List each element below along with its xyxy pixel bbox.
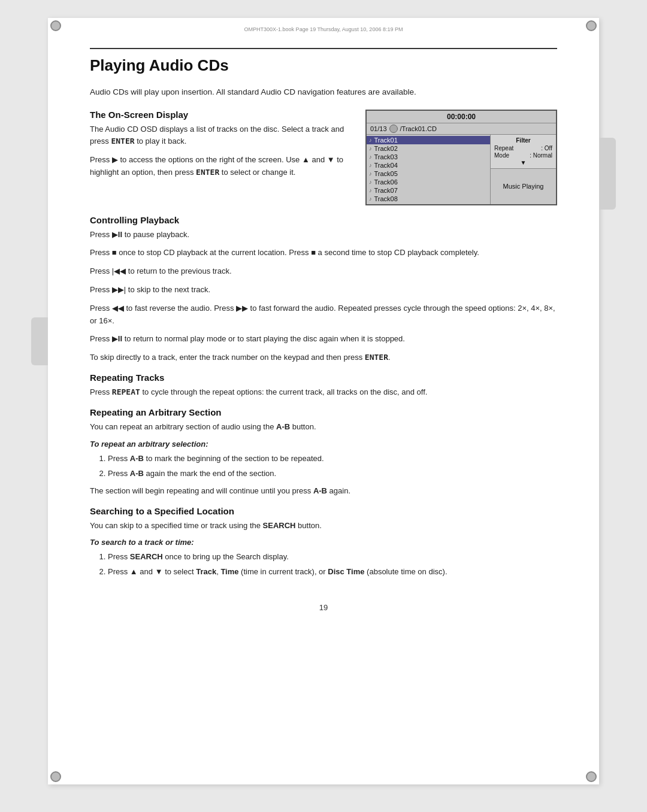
page-container: OMPHT300X-1.book Page 19 Thursday, Augus… [48, 18, 599, 784]
search-step-1: Press SEARCH once to bring up the Search… [108, 550, 557, 563]
osd-track-position: 01/13 [370, 125, 387, 132]
arbitrary-intro: You can repeat an arbitrary section of a… [90, 421, 557, 434]
osd-info-bar: 01/13 /Track01.CD [367, 123, 556, 135]
search-steps-list: Press SEARCH once to bring up the Search… [108, 550, 557, 578]
content-area: Playing Audio CDs Audio CDs will play up… [90, 48, 557, 612]
playback-para7: To skip directly to a track, enter the t… [90, 352, 557, 364]
osd-tracklist: ♪Track01♪Track02♪Track03♪Track04♪Track05… [367, 135, 490, 204]
repeating-section: Repeating Tracks Press REPEAT to cycle t… [90, 372, 557, 399]
track-label: Track01 [374, 137, 398, 144]
search-heading: Searching to a Specified Location [90, 506, 557, 516]
arbitrary-closing: The section will begin repeating and wil… [90, 485, 557, 498]
track-note-icon: ♪ [369, 154, 372, 160]
playback-para6: Press ▶II to return to normal play mode … [90, 333, 557, 346]
osd-para2: Press ▶ to access the options on the rig… [90, 154, 351, 179]
osd-filter-mode-row: Mode : Normal [494, 152, 552, 159]
arbitrary-step-2: Press A-B again the mark the end of the … [108, 467, 557, 480]
playback-section: Controlling Playback Press ▶II to pause … [90, 215, 557, 364]
playback-para1: Press ▶II to pause playback. [90, 229, 557, 241]
playback-enter-kbd: ENTER [365, 353, 388, 362]
track-note-icon: ♪ [369, 196, 372, 202]
osd-display-box: 00:00:00 01/13 /Track01.CD ♪Track01♪Trac… [365, 110, 557, 205]
track-note-icon: ♪ [369, 187, 372, 193]
osd-track-item: ♪Track08 [367, 195, 490, 203]
page-number: 19 [90, 603, 557, 612]
osd-track-item: ♪Track03 [367, 153, 490, 161]
osd-display-column: 00:00:00 01/13 /Track01.CD ♪Track01♪Trac… [365, 110, 557, 205]
osd-heading: The On-Screen Display [90, 110, 351, 120]
track-label: Track06 [374, 178, 398, 186]
track-label: Track02 [374, 145, 398, 152]
osd-track-item: ♪Track01 [367, 136, 490, 144]
corner-mark-tr [586, 20, 597, 31]
repeating-para: Press REPEAT to cycle through the repeat… [90, 386, 557, 399]
osd-disc-label: /Track01.CD [400, 125, 437, 132]
osd-filter-box: Filter Repeat : Off Mode : Normal ▼ [491, 135, 556, 169]
repeat-kbd: REPEAT [112, 387, 140, 396]
track-label: Track07 [374, 187, 398, 194]
osd-track-item: ♪Track07 [367, 186, 490, 195]
track-note-icon: ♪ [369, 171, 372, 177]
osd-track-item: ♪Track05 [367, 169, 490, 178]
osd-filter-repeat-row: Repeat : Off [494, 145, 552, 152]
search-step-2: Press ▲ and ▼ to select Track, Time (tim… [108, 565, 557, 578]
osd-body: ♪Track01♪Track02♪Track03♪Track04♪Track05… [367, 135, 556, 204]
osd-filter-title: Filter [494, 137, 552, 144]
arbitrary-subheading: To repeat an arbitrary selection: [90, 440, 557, 449]
osd-track-item: ♪Track06 [367, 178, 490, 186]
osd-repeat-label: Repeat [494, 145, 513, 152]
osd-enter-kbd2: ENTER [196, 168, 219, 177]
title-section: Playing Audio CDs [90, 48, 557, 75]
search-subheading: To search to a track or time: [90, 538, 557, 547]
osd-mode-label: Mode [494, 152, 509, 159]
track-label: Track04 [374, 162, 398, 169]
playback-para4: Press ▶▶| to skip to the next track. [90, 284, 557, 296]
osd-filter-arrow: ▼ [494, 159, 552, 166]
playback-para2: Press ■ once to stop CD playback at the … [90, 247, 557, 259]
intro-paragraph: Audio CDs will play upon insertion. All … [90, 86, 557, 99]
arbitrary-steps-list: Press A-B to mark the beginning of the s… [108, 452, 557, 480]
playback-para5: Press ◀◀ to fast reverse the audio. Pres… [90, 302, 557, 328]
disc-icon [389, 125, 398, 133]
corner-mark-br [586, 771, 597, 782]
track-note-icon: ♪ [369, 162, 372, 168]
arbitrary-heading: Repeating an Arbitrary Section [90, 407, 557, 417]
playback-heading: Controlling Playback [90, 215, 557, 225]
track-label: Track05 [374, 170, 398, 177]
arbitrary-step-1: Press A-B to mark the beginning of the s… [108, 452, 557, 465]
track-note-icon: ♪ [369, 137, 372, 143]
side-tab-right [599, 138, 616, 210]
arbitrary-section: Repeating an Arbitrary Section You can r… [90, 407, 557, 498]
corner-mark-tl [50, 20, 61, 31]
page-title: Playing Audio CDs [90, 56, 557, 75]
track-note-icon: ♪ [369, 179, 372, 185]
corner-mark-bl [50, 771, 61, 782]
osd-track-item: ♪Track04 [367, 161, 490, 169]
track-label: Track03 [374, 153, 398, 160]
osd-section: The On-Screen Display The Audio CD OSD d… [90, 110, 557, 205]
track-note-icon: ♪ [369, 146, 372, 152]
page-stamp: OMPHT300X-1.book Page 19 Thursday, Augus… [244, 26, 403, 32]
osd-time-bar: 00:00:00 [367, 111, 556, 123]
osd-time: 00:00:00 [447, 113, 476, 121]
osd-repeat-value: : Off [541, 145, 552, 152]
repeating-heading: Repeating Tracks [90, 372, 557, 383]
track-label: Track08 [374, 195, 398, 202]
playback-para3: Press |◀◀ to return to the previous trac… [90, 265, 557, 278]
osd-mode-value: : Normal [530, 152, 552, 159]
search-section: Searching to a Specified Location You ca… [90, 506, 557, 579]
side-tab-left [31, 317, 48, 365]
osd-text-column: The On-Screen Display The Audio CD OSD d… [90, 110, 351, 185]
osd-para1: The Audio CD OSD displays a list of trac… [90, 123, 351, 149]
osd-right-panel: Filter Repeat : Off Mode : Normal ▼ [490, 135, 556, 204]
osd-enter-kbd1: ENTER [111, 137, 134, 146]
osd-music-playing: Music Playing [491, 169, 556, 204]
search-intro: You can skip to a specified time or trac… [90, 520, 557, 532]
osd-track-item: ♪Track02 [367, 144, 490, 153]
